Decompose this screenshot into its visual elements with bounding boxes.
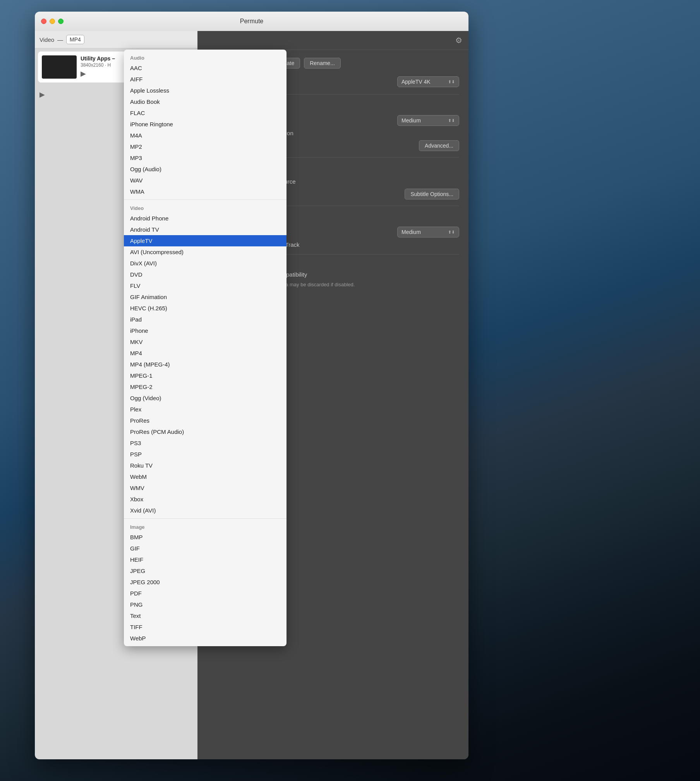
rename-button[interactable]: Rename... [304,58,341,69]
audio-quality-select[interactable]: Medium ⬆⬇ [397,227,459,237]
format-dropdown[interactable]: MP4 [66,35,84,44]
menu-item-m4a[interactable]: M4A [124,130,287,141]
format-separator: — [57,36,63,43]
subtitle-options-button[interactable]: Subtitle Options... [405,189,459,200]
menu-item-gif[interactable]: GIF [124,543,287,554]
play-button-2[interactable]: ▶ [39,90,45,99]
menu-item-mp3[interactable]: MP3 [124,152,287,163]
menu-item-mp2[interactable]: MP2 [124,141,287,152]
menu-item-webm[interactable]: WebM [124,471,287,482]
audio-quality-value: Medium [401,229,421,235]
traffic-lights [41,19,63,24]
settings-top-bar: ⚙ [197,31,468,50]
menu-item-apple-lossless[interactable]: Apple Lossless [124,85,287,96]
menu-item-wmv[interactable]: WMV [124,482,287,494]
app-body: Video — MP4 Utility Apps – 3840x2160 · H… [35,31,468,759]
menu-item-audio-book[interactable]: Audio Book [124,96,287,107]
menu-item-prores-pcm[interactable]: ProRes (PCM Audio) [124,426,287,437]
menu-item-xbox[interactable]: Xbox [124,494,287,505]
gear-icon[interactable]: ⚙ [455,36,462,45]
title-bar: Permute [35,12,468,31]
menu-item-android-phone[interactable]: Android Phone [124,213,287,224]
menu-item-flac[interactable]: FLAC [124,107,287,119]
audio-section-label: Audio [124,52,287,62]
menu-item-roku-tv[interactable]: Roku TV [124,460,287,471]
menu-item-pdf[interactable]: PDF [124,588,287,599]
menu-item-ps3[interactable]: PS3 [124,437,287,449]
menu-divider-2 [124,518,287,519]
menu-item-prores[interactable]: ProRes [124,415,287,426]
menu-item-iphone[interactable]: iPhone [124,325,287,336]
menu-item-mpeg2[interactable]: MPEG-2 [124,381,287,392]
menu-item-hevc[interactable]: HEVC (H.265) [124,303,287,314]
menu-item-png[interactable]: PNG [124,599,287,610]
close-button[interactable] [41,19,46,24]
menu-item-xvid-avi[interactable]: Xvid (AVI) [124,505,287,516]
menu-divider-1 [124,200,287,200]
file-thumbnail [42,55,77,79]
menu-item-bmp[interactable]: BMP [124,532,287,543]
menu-item-android-tv[interactable]: Android TV [124,224,287,235]
menu-item-ipad[interactable]: iPad [124,314,287,325]
menu-item-aac[interactable]: AAC [124,62,287,74]
format-label: Video [39,36,54,43]
format-header: Video — MP4 [35,31,197,48]
device-select[interactable]: AppleTV 4K ⬆⬇ [397,76,459,87]
menu-item-ogg-audio[interactable]: Ogg (Audio) [124,163,287,175]
advanced-button[interactable]: Advanced... [419,140,459,151]
menu-item-text[interactable]: Text [124,610,287,621]
video-quality-select[interactable]: Medium ⬆⬇ [397,115,459,126]
menu-item-mp4[interactable]: MP4 [124,347,287,359]
menu-item-avi-uncompressed[interactable]: AVI (Uncompressed) [124,246,287,258]
fullscreen-button[interactable] [58,19,63,24]
menu-item-psp[interactable]: PSP [124,449,287,460]
video-section-label: Video [124,202,287,213]
window-title: Permute [240,18,263,25]
menu-item-tiff[interactable]: TIFF [124,621,287,633]
menu-item-divx-avi[interactable]: DivX (AVI) [124,258,287,269]
menu-item-plex[interactable]: Plex [124,404,287,415]
format-dropdown-menu[interactable]: Audio AAC AIFF Apple Lossless Audio Book… [124,50,287,646]
main-window: Permute Video — MP4 Utility Apps – 3840x… [35,12,468,759]
menu-item-mkv[interactable]: MKV [124,336,287,347]
menu-item-dvd[interactable]: DVD [124,269,287,280]
menu-item-wav[interactable]: WAV [124,175,287,186]
video-quality-chevron-icon: ⬆⬇ [448,118,455,123]
menu-item-jpeg[interactable]: JPEG [124,565,287,576]
menu-item-webp[interactable]: WebP [124,633,287,644]
image-section-label: Image [124,521,287,532]
menu-item-mpeg1[interactable]: MPEG-1 [124,370,287,381]
menu-item-appletv[interactable]: AppleTV [124,235,287,246]
menu-item-aiff[interactable]: AIFF [124,74,287,85]
video-quality-value: Medium [401,117,421,124]
menu-item-jpeg-2000[interactable]: JPEG 2000 [124,576,287,588]
menu-item-gif-animation[interactable]: GIF Animation [124,291,287,303]
menu-item-mp4-mpeg4[interactable]: MP4 (MPEG-4) [124,359,287,370]
chevron-up-down-icon: ⬆⬇ [448,79,455,84]
menu-item-ogg-video[interactable]: Ogg (Video) [124,392,287,404]
menu-item-wma[interactable]: WMA [124,186,287,197]
dropdown-scroll[interactable]: Audio AAC AIFF Apple Lossless Audio Book… [124,52,287,644]
device-value: AppleTV 4K [401,79,431,85]
minimize-button[interactable] [50,19,55,24]
menu-item-heif[interactable]: HEIF [124,554,287,565]
audio-quality-chevron-icon: ⬆⬇ [448,230,455,235]
menu-item-flv[interactable]: FLV [124,280,287,291]
menu-item-iphone-ringtone[interactable]: iPhone Ringtone [124,119,287,130]
